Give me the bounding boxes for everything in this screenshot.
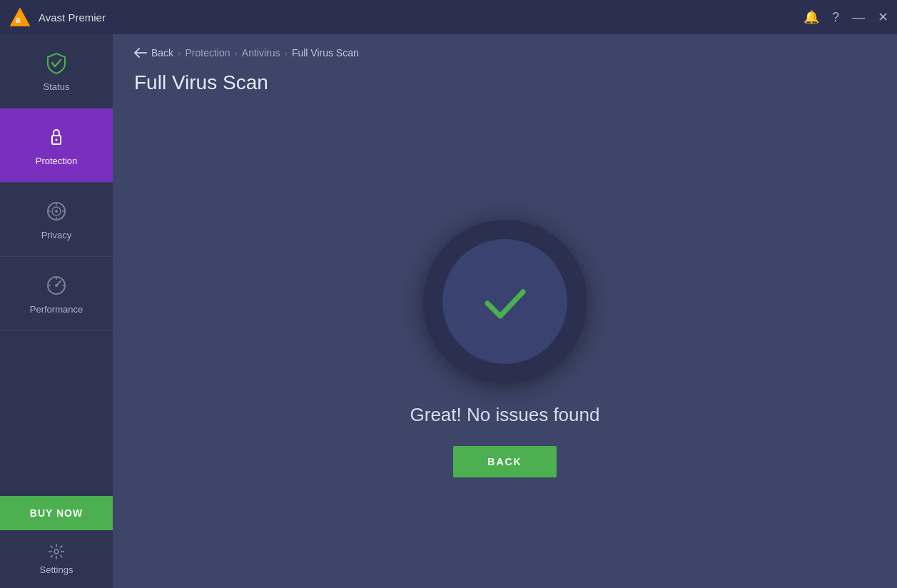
- sidebar-performance-label: Performance: [30, 304, 83, 315]
- page-title: Full Virus Scan: [113, 66, 897, 108]
- breadcrumb: Back › Protection › Antivirus › Full Vir…: [113, 34, 897, 66]
- sidebar-item-privacy[interactable]: Privacy: [0, 183, 113, 257]
- privacy-icon: [44, 198, 69, 224]
- buy-now-button[interactable]: BUY NOW: [0, 496, 113, 530]
- back-arrow-icon: [134, 48, 147, 58]
- protection-icon: [44, 124, 69, 150]
- main-layout: Status Protection: [0, 34, 897, 588]
- avast-logo: a: [9, 6, 31, 29]
- checkmark-icon: [477, 273, 534, 330]
- result-message: Great! No issues found: [410, 404, 600, 426]
- sidebar-item-status[interactable]: Status: [0, 34, 113, 108]
- scan-result-circle: [423, 220, 587, 384]
- sidebar-item-settings[interactable]: Settings: [0, 530, 113, 588]
- scan-result-area: Great! No issues found BACK: [113, 108, 897, 588]
- close-icon[interactable]: ✕: [878, 9, 888, 25]
- breadcrumb-antivirus[interactable]: Antivirus: [242, 47, 280, 59]
- breadcrumb-sep1: ›: [178, 48, 181, 59]
- breadcrumb-current: Full Virus Scan: [292, 47, 359, 59]
- sidebar-protection-label: Protection: [36, 156, 78, 166]
- sidebar-privacy-label: Privacy: [41, 230, 72, 240]
- help-icon[interactable]: ?: [832, 10, 839, 25]
- minimize-icon[interactable]: —: [852, 10, 865, 25]
- svg-point-6: [55, 210, 58, 213]
- window-controls: 🔔 ? — ✕: [804, 9, 888, 25]
- notification-icon[interactable]: 🔔: [804, 9, 819, 25]
- sidebar-status-label: Status: [44, 81, 70, 92]
- back-action-button[interactable]: BACK: [453, 446, 556, 477]
- sidebar-item-performance[interactable]: Performance: [0, 257, 113, 331]
- svg-point-17: [54, 549, 59, 554]
- status-icon: [44, 50, 69, 76]
- breadcrumb-protection[interactable]: Protection: [185, 47, 230, 59]
- performance-icon: [44, 273, 69, 298]
- content-area: Back › Protection › Antivirus › Full Vir…: [113, 34, 897, 588]
- sidebar-item-protection[interactable]: Protection: [0, 108, 113, 183]
- svg-point-3: [56, 139, 58, 141]
- sidebar: Status Protection: [0, 34, 113, 588]
- titlebar: a Avast Premier 🔔 ? — ✕: [0, 0, 897, 34]
- scan-result-inner-circle: [442, 239, 567, 364]
- svg-point-13: [55, 284, 58, 287]
- svg-text:a: a: [16, 14, 21, 25]
- breadcrumb-sep3: ›: [285, 48, 288, 59]
- settings-label: Settings: [40, 564, 74, 575]
- app-title: Avast Premier: [39, 11, 804, 24]
- settings-icon: [48, 543, 65, 560]
- breadcrumb-sep2: ›: [235, 48, 238, 59]
- back-link[interactable]: Back: [134, 47, 173, 59]
